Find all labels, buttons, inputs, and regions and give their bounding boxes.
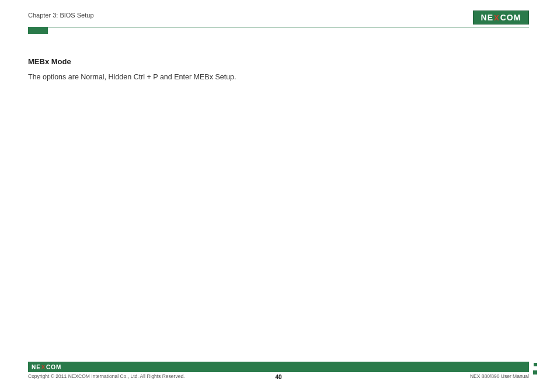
document-page: Chapter 3: BIOS Setup NEXCOM MEBx Mode T… (0, 0, 557, 392)
chapter-label: Chapter 3: BIOS Setup (28, 10, 94, 19)
footer-logo: NEXCOM (32, 364, 61, 370)
page-footer: NEXCOM Copyright © 2011 NEXCOM Internati… (28, 362, 529, 379)
nexcom-logo-badge: NEXCOM (473, 10, 529, 24)
footer-bar: NEXCOM (28, 362, 529, 372)
decoration-square (534, 363, 537, 366)
section-title: MEBx Mode (28, 57, 529, 66)
body-paragraph: The options are Normal, Hidden Ctrl + P … (28, 72, 529, 83)
footer-logo-x-icon: X (41, 364, 46, 370)
header-divider (28, 27, 529, 27)
decoration-square (533, 370, 537, 374)
footer-logo-right: COM (46, 364, 61, 370)
footer-decoration-icon (525, 363, 537, 374)
page-number: 40 (28, 374, 529, 380)
nexcom-logo-text: NEXCOM (481, 13, 521, 22)
header-tab-accent (28, 27, 48, 34)
logo-x-icon: X (494, 13, 500, 22)
footer-logo-left: NE (32, 364, 41, 370)
page-header: Chapter 3: BIOS Setup NEXCOM (28, 10, 529, 26)
content-body: MEBx Mode The options are Normal, Hidden… (28, 34, 529, 83)
logo-part-left: NE (481, 13, 493, 22)
footer-meta-row: Copyright © 2011 NEXCOM International Co… (28, 373, 529, 379)
logo-part-right: COM (500, 13, 521, 22)
